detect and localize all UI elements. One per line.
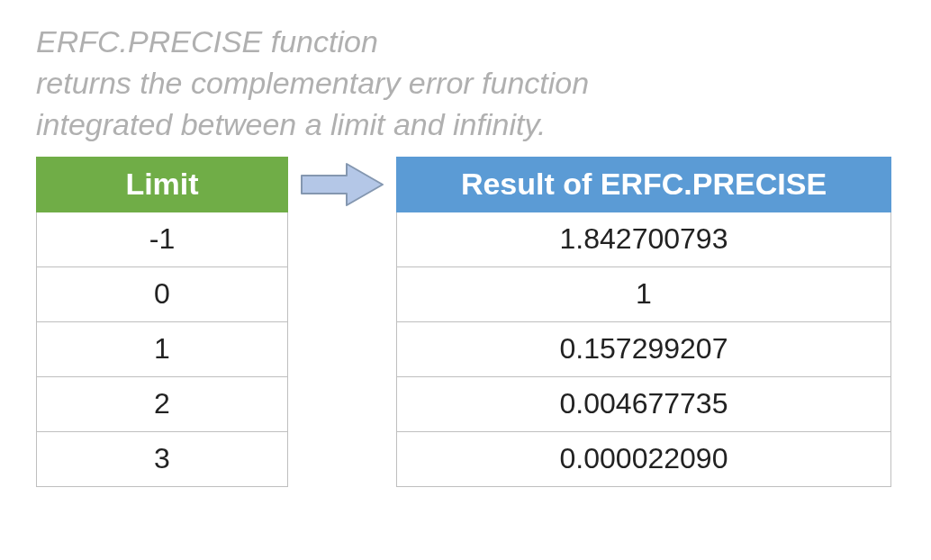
- desc-line-3: integrated between a limit and infinity.: [36, 104, 895, 146]
- result-cell: 0.000022090: [397, 431, 891, 486]
- limit-cell: 0: [37, 266, 288, 321]
- result-cell: 1: [397, 266, 891, 321]
- table-row: 1: [37, 321, 288, 376]
- table-row: 3: [37, 431, 288, 486]
- limit-table: Limit -1 0 1 2 3: [36, 157, 288, 487]
- result-cell: 0.157299207: [397, 321, 891, 376]
- limit-header-cell: Limit: [37, 157, 288, 212]
- table-row: -1: [37, 212, 288, 266]
- result-cell: 1.842700793: [397, 212, 891, 266]
- arrow-container: [288, 157, 396, 209]
- table-row: 0.004677735: [397, 376, 891, 431]
- result-table: Result of ERFC.PRECISE 1.842700793 1 0.1…: [396, 157, 891, 487]
- table-row: 1.842700793: [397, 212, 891, 266]
- table-row: 1: [397, 266, 891, 321]
- result-header-cell: Result of ERFC.PRECISE: [397, 157, 891, 212]
- limit-cell: 3: [37, 431, 288, 486]
- table-row: 0.000022090: [397, 431, 891, 486]
- table-row: 0: [37, 266, 288, 321]
- limit-cell: -1: [37, 212, 288, 266]
- table-row: 2: [37, 376, 288, 431]
- content-row: Limit -1 0 1 2 3 Result of ERFC.PRECISE …: [36, 157, 895, 487]
- arrow-right-icon: [297, 160, 387, 209]
- limit-cell: 2: [37, 376, 288, 431]
- result-cell: 0.004677735: [397, 376, 891, 431]
- svg-marker-0: [302, 164, 383, 205]
- desc-line-2: returns the complementary error function: [36, 63, 895, 104]
- page: ERFC.PRECISE function returns the comple…: [0, 0, 931, 523]
- desc-line-1: ERFC.PRECISE function: [36, 22, 895, 63]
- description-block: ERFC.PRECISE function returns the comple…: [36, 22, 895, 146]
- limit-cell: 1: [37, 321, 288, 376]
- table-row: 0.157299207: [397, 321, 891, 376]
